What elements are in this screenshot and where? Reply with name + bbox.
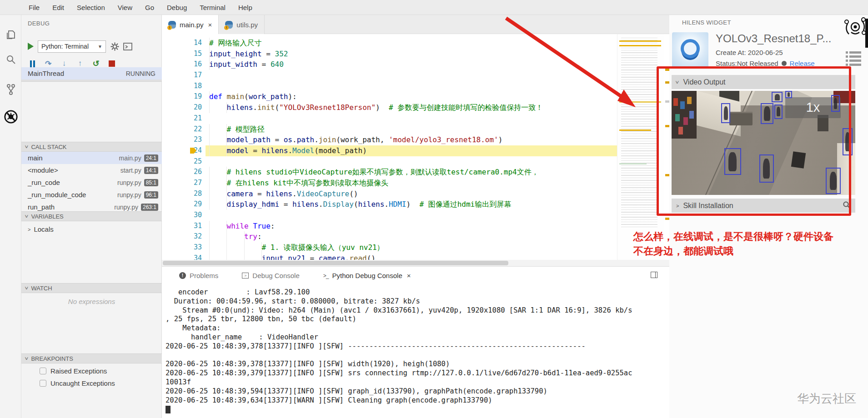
breakpoints-section-header[interactable]: > BREAKPOINTS <box>21 353 162 363</box>
code-line-19[interactable]: 19def main(work_path): <box>162 91 617 102</box>
variables-locals-item[interactable]: > Locals <box>28 225 54 233</box>
line-number[interactable]: 32 <box>162 231 202 242</box>
line-number[interactable]: 29 <box>162 199 202 210</box>
minimap[interactable] <box>617 34 664 260</box>
code-line-33[interactable]: 33# 1. 读取摄像头输入（yuv nv21） <box>162 242 617 253</box>
menu-item-edit[interactable]: Edit <box>48 2 69 13</box>
step-over-button[interactable]: ↷ <box>44 59 53 68</box>
open-console-icon[interactable] <box>123 42 132 51</box>
variables-section-header[interactable]: > VARIABLES <box>21 211 162 221</box>
menu-item-file[interactable]: File <box>24 2 44 13</box>
code-line-23[interactable]: 23model_path = os.path.join(work_path, '… <box>162 134 617 145</box>
line-number[interactable]: 14 <box>162 38 202 49</box>
code-line-30[interactable]: 30 <box>162 210 617 221</box>
call-stack-frame[interactable]: run_pathrunpy.py263:1 <box>21 201 162 211</box>
code-line-24[interactable]: 24model = hilens.Model(model_path) <box>162 145 617 156</box>
menu-item-help[interactable]: Help <box>234 2 257 13</box>
video-output-frame[interactable]: 1x <box>672 91 855 195</box>
watch-section-header[interactable]: > WATCH <box>21 283 162 293</box>
step-out-button[interactable]: ↑ <box>75 59 85 68</box>
call-stack-frame[interactable]: _run_coderunpy.py85:1 <box>21 176 162 189</box>
code-line-16[interactable]: 16input_width = 640 <box>162 59 617 70</box>
line-number[interactable]: 31 <box>162 221 202 232</box>
line-text: # 在hilens kit中不填写参数则读取本地摄像头 <box>209 178 388 189</box>
line-number[interactable]: 19 <box>162 91 202 102</box>
checkbox[interactable] <box>40 368 46 374</box>
code-line-21[interactable]: 21 <box>162 113 617 124</box>
close-icon[interactable]: × <box>407 272 411 279</box>
magnifier-icon[interactable] <box>843 201 851 211</box>
tab-utils.py[interactable]: !utils.py <box>219 15 265 34</box>
call-stack-frame[interactable]: <module>start.py14:1 <box>21 164 162 176</box>
code-line-15[interactable]: 15input_height = 352 <box>162 49 617 60</box>
line-number[interactable]: 25 <box>162 156 202 167</box>
code-line-25[interactable]: 25 <box>162 156 617 167</box>
line-number[interactable]: 18 <box>162 81 202 92</box>
menu-item-debug[interactable]: Debug <box>162 2 191 13</box>
line-number[interactable]: 33 <box>162 242 202 253</box>
code-line-26[interactable]: 26# hilens studio中VideoCapture如果不填写参数，则默… <box>162 167 617 178</box>
thread-row[interactable]: MainThread RUNNING <box>21 67 162 80</box>
code-line-20[interactable]: 20hilens.init("YOLOv3Resnet18Person") # … <box>162 102 617 113</box>
call-stack-section-header[interactable]: > CALL STACK <box>21 142 162 152</box>
breakpoint-row[interactable]: Raised Exceptions <box>21 365 162 377</box>
console-output[interactable]: encoder : Lavf58.29.100 Duration: 00:04:… <box>166 288 666 413</box>
menu-item-selection[interactable]: Selection <box>72 2 110 13</box>
code-line-18[interactable]: 18 <box>162 81 617 92</box>
restart-button[interactable]: ↺ <box>91 59 100 68</box>
list-icon[interactable] <box>846 50 861 70</box>
code-editor[interactable]: 14# 网络输入尺寸15input_height = 35216input_wi… <box>162 34 669 260</box>
gear-icon[interactable] <box>110 42 119 51</box>
panel-scrollbar[interactable] <box>865 19 868 48</box>
code-line-31[interactable]: 31while True: <box>162 221 617 232</box>
code-line-17[interactable]: 17 <box>162 70 617 81</box>
close-icon[interactable]: × <box>208 21 212 29</box>
stop-button[interactable] <box>107 59 116 68</box>
menu-item-view[interactable]: View <box>113 2 137 13</box>
line-number[interactable]: 26 <box>162 167 202 178</box>
video-output-section-header[interactable]: > Video Output <box>672 75 855 89</box>
code-line-32[interactable]: 32try: <box>162 231 617 242</box>
start-debug-button[interactable] <box>28 43 34 50</box>
line-number[interactable]: 15 <box>162 49 202 60</box>
line-number[interactable]: 34 <box>162 253 202 260</box>
code-line-27[interactable]: 27# 在hilens kit中不填写参数则读取本地摄像头 <box>162 178 617 189</box>
line-number[interactable]: 30 <box>162 210 202 221</box>
files-icon[interactable] <box>4 28 18 42</box>
breakpoint-row[interactable]: Uncaught Exceptions <box>21 377 162 389</box>
panel-tab-debug-console[interactable]: >Debug Console <box>242 272 299 279</box>
panel-tab-problems[interactable]: !Problems <box>179 272 218 279</box>
skill-installation-section-header[interactable]: > Skill Installation <box>672 199 855 213</box>
line-number[interactable]: 16 <box>162 59 202 70</box>
call-stack-frame[interactable]: mainmain.py24:1 <box>21 152 162 164</box>
source-control-icon[interactable] <box>4 82 18 97</box>
code-line-28[interactable]: 28camera = hilens.VideoCapture() <box>162 189 617 199</box>
webcam-icon[interactable] <box>843 16 867 41</box>
line-number[interactable]: 20 <box>162 102 202 113</box>
menu-item-go[interactable]: Go <box>140 2 159 13</box>
search-icon[interactable] <box>4 52 18 67</box>
code-line-14[interactable]: 14# 网络输入尺寸 <box>162 38 617 49</box>
code-line-34[interactable]: 34input_nv21 = camera.read() <box>162 253 617 260</box>
code-line-29[interactable]: 29display_hdmi = hilens.Display(hilens.H… <box>162 199 617 210</box>
debug-disabled-icon[interactable] <box>4 109 18 124</box>
line-number[interactable]: 21 <box>162 113 202 124</box>
debug-config-dropdown[interactable]: Python: Terminal ▼ <box>38 40 106 53</box>
checkbox[interactable] <box>40 380 46 387</box>
horizontal-scrollbar[interactable] <box>162 260 669 266</box>
line-number[interactable]: 28 <box>162 189 202 199</box>
panel-tab-python-debug-console[interactable]: >_Python Debug Console× <box>323 272 411 279</box>
line-number[interactable]: 23 <box>162 134 202 145</box>
line-number[interactable]: 17 <box>162 70 202 81</box>
line-number[interactable]: 22 <box>162 124 202 135</box>
release-link[interactable]: Release <box>790 60 815 67</box>
pause-button[interactable] <box>28 59 37 68</box>
call-stack-frame[interactable]: _run_module_coderunpy.py96:1 <box>21 189 162 201</box>
line-number[interactable]: 24 <box>162 145 202 156</box>
tab-main.py[interactable]: !main.py× <box>162 15 219 34</box>
panel-layout-icon[interactable] <box>651 272 657 278</box>
line-number[interactable]: 27 <box>162 178 202 189</box>
code-line-22[interactable]: 22# 模型路径 <box>162 124 617 135</box>
menu-item-terminal[interactable]: Terminal <box>195 2 230 13</box>
step-into-button[interactable]: ↓ <box>60 59 69 68</box>
